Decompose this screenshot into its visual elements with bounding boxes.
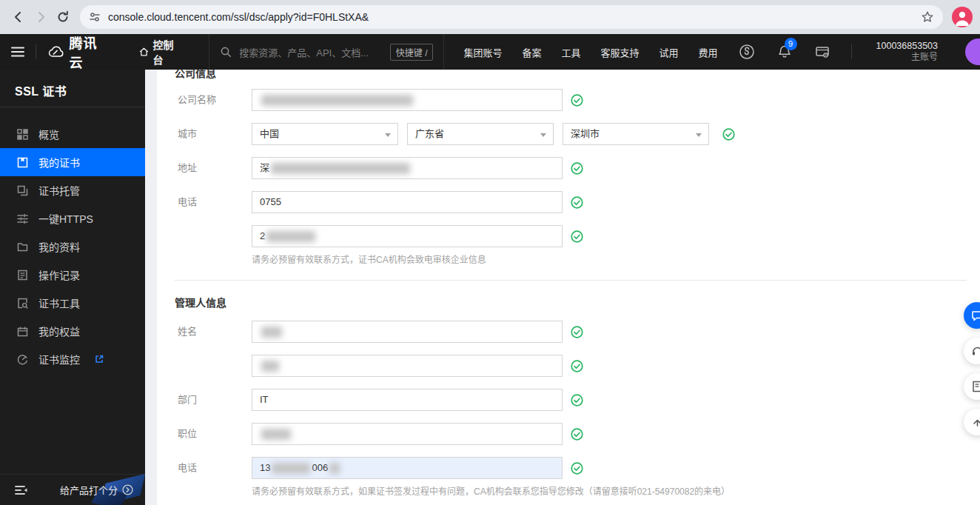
- valid-check-icon: [571, 360, 583, 372]
- home-icon: [139, 46, 149, 58]
- province-value: 广东省: [415, 128, 444, 139]
- sidebar-item-label: 概览: [38, 127, 59, 141]
- manager-name-input[interactable]: [252, 321, 563, 343]
- sidebar-item-one-click-https[interactable]: 一键HTTPS: [0, 204, 145, 233]
- position-input[interactable]: [252, 423, 563, 445]
- my-benefits-icon: [16, 325, 28, 337]
- sidebar-item-overview[interactable]: 概览: [0, 120, 145, 148]
- company-name-label: 公司名称: [178, 89, 249, 111]
- sidebar-item-certificate-tools[interactable]: 证书工具: [0, 289, 145, 317]
- nav-item-trial[interactable]: 试用: [660, 45, 679, 59]
- redacted-name: [261, 327, 282, 338]
- sidebar-item-my-benefits[interactable]: 我的权益: [0, 317, 145, 345]
- sidebar-footer: 给产品打个分: [0, 474, 145, 505]
- assistant-icon[interactable]: [738, 43, 756, 61]
- certificate-monitor-icon: [16, 353, 28, 365]
- sidebar-item-certificate-hosting[interactable]: 证书托管: [0, 176, 145, 204]
- department-input[interactable]: IT: [252, 389, 563, 411]
- company-contact-input[interactable]: 2: [252, 225, 563, 247]
- account-avatar[interactable]: [965, 39, 980, 65]
- browser-forward-button[interactable]: [30, 6, 52, 28]
- certificate-tools-icon: [16, 297, 28, 309]
- one-click-https-icon: [16, 213, 28, 224]
- redacted-name2: [261, 361, 279, 372]
- valid-check-icon: [571, 394, 583, 407]
- position-label: 职位: [178, 423, 249, 445]
- company-phone-label: 电话: [178, 191, 249, 213]
- company-contact-hint: 请务必预留有效联系方式，证书CA机构会致电审核企业信息: [252, 252, 486, 265]
- my-profile-icon: [16, 241, 28, 252]
- app-root: console.cloud.tencent.com/ssl/dsc/apply?…: [0, 0, 980, 505]
- sidebar-item-label: 一键HTTPS: [38, 211, 93, 226]
- site-info-icon[interactable]: [89, 11, 101, 23]
- search-placeholder: 搜索资源、产品、API、文档...: [239, 45, 390, 59]
- sidebar-menu: 概览 我的证书 证书托管 一键HTTPS 我的资料 操作记录: [0, 120, 145, 373]
- sidebar-item-label: 证书监控: [38, 352, 80, 367]
- console-top-nav: 腾讯云 控制台 搜索资源、产品、API、文档... 快捷键 / 集团账号 备案 …: [0, 34, 980, 70]
- account-type: 主账号: [876, 52, 938, 63]
- department-value: IT: [260, 394, 269, 405]
- sidebar-item-my-certificates[interactable]: 我的证书: [0, 148, 145, 176]
- tencent-cloud-logo[interactable]: 腾讯云: [48, 33, 104, 71]
- sidebar: SSL 证书 概览 我的证书 证书托管 一键HTTPS 我的资料: [0, 70, 145, 505]
- console-home-link[interactable]: 控制台: [139, 37, 178, 67]
- sidebar-item-label: 我的权益: [38, 324, 80, 338]
- address-visible-text: 深: [260, 162, 269, 173]
- browser-profile-avatar[interactable]: [952, 7, 973, 27]
- address-input[interactable]: 深: [252, 157, 563, 179]
- valid-check-icon: [571, 196, 583, 209]
- chat-icon: [971, 310, 980, 322]
- redacted-phone-end: [329, 463, 340, 474]
- company-name-input[interactable]: [252, 89, 563, 111]
- url-text[interactable]: console.cloud.tencent.com/ssl/dsc/apply?…: [108, 11, 921, 23]
- valid-check-icon: [722, 128, 735, 141]
- notification-bell-icon[interactable]: 9: [776, 43, 793, 61]
- sidebar-divider: [0, 107, 145, 107]
- arrow-circle-icon: [122, 484, 133, 495]
- nav-item-tools[interactable]: 工具: [562, 45, 581, 59]
- sidebar-item-label: 操作记录: [38, 267, 80, 282]
- cloud-logo-icon: [48, 45, 64, 58]
- browser-toolbar: console.cloud.tencent.com/ssl/dsc/apply?…: [0, 0, 980, 34]
- province-select[interactable]: 广东省: [407, 123, 554, 145]
- sidebar-collapse-icon[interactable]: [15, 485, 28, 495]
- valid-check-icon: [571, 230, 583, 243]
- chevron-down-icon: [385, 133, 391, 137]
- shortcut-key-badge: 快捷键 /: [390, 44, 434, 61]
- redacted-position: [261, 429, 291, 440]
- valid-check-icon: [571, 428, 583, 441]
- manager-section-title: 管理人信息: [175, 295, 226, 310]
- nav-item-icp[interactable]: 备案: [522, 45, 541, 59]
- sidebar-title: SSL 证书: [0, 70, 145, 107]
- feedback-icon: [971, 381, 980, 392]
- country-select[interactable]: 中国: [252, 123, 398, 145]
- city-select[interactable]: 深圳市: [563, 123, 709, 145]
- company-phone-value: 0755: [260, 196, 281, 207]
- my-certificates-icon: [16, 156, 28, 168]
- nav-item-group-account[interactable]: 集团账号: [463, 45, 502, 59]
- manager-phone-input[interactable]: 13006: [252, 457, 563, 479]
- nav-right-group: 集团账号 备案 工具 客服支持 试用 费用 9 100036853503 主账号: [463, 39, 980, 65]
- global-search-input[interactable]: 搜索资源、产品、API、文档... 快捷键 /: [209, 34, 444, 70]
- sidebar-item-certificate-monitor[interactable]: 证书监控: [0, 345, 145, 373]
- nav-item-support[interactable]: 客服支持: [601, 45, 640, 59]
- redacted-phone-mid: [272, 463, 310, 474]
- chevron-down-icon: [540, 133, 546, 137]
- bookmark-star-icon[interactable]: [921, 10, 934, 24]
- browser-back-button[interactable]: [7, 6, 30, 28]
- sidebar-item-my-profile[interactable]: 我的资料: [0, 233, 145, 261]
- account-info[interactable]: 100036853503 主账号: [876, 41, 938, 63]
- hamburger-menu-icon[interactable]: [10, 43, 25, 61]
- manager-name2-input[interactable]: [252, 355, 563, 377]
- sidebar-item-operation-records[interactable]: 操作记录: [0, 261, 145, 289]
- main-content: 公司信息 公司名称 城市 中国 广东省 深圳市 地址 深 电话 0755 2 请…: [145, 70, 980, 505]
- company-phone-input[interactable]: 0755: [252, 191, 563, 213]
- console-settings-icon[interactable]: [813, 43, 831, 61]
- rate-product-button[interactable]: 给产品打个分: [60, 483, 133, 497]
- overview-icon: [16, 128, 28, 140]
- nav-item-billing[interactable]: 费用: [699, 45, 718, 59]
- browser-address-bar[interactable]: console.cloud.tencent.com/ssl/dsc/apply?…: [80, 5, 943, 29]
- manager-name-label: 姓名: [178, 321, 249, 343]
- console-label: 控制台: [152, 37, 178, 67]
- browser-reload-button[interactable]: [52, 6, 74, 28]
